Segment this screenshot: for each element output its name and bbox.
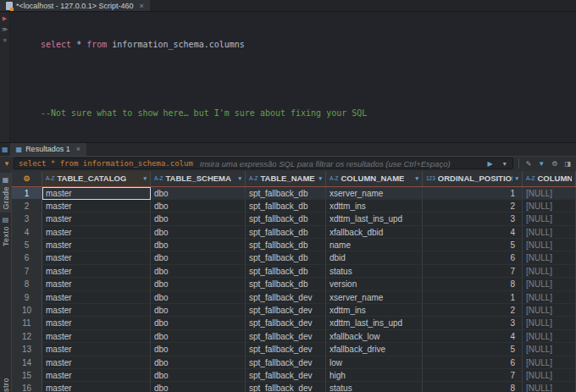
column-header-table-name[interactable]: A-Z TABLE_NAME ▾ [246,171,326,186]
grid-cell[interactable]: master [42,251,151,264]
table-row[interactable]: 12masterdbospt_fallback_devxfallback_low… [12,330,576,343]
grid-cell[interactable]: master [42,330,151,343]
grid-cell[interactable]: master [42,291,151,304]
grid-cell[interactable]: dbo [151,317,246,329]
grid-corner-cell[interactable]: ⚙ [12,171,42,186]
table-row[interactable]: 9masterdbospt_fallback_devxserver_name1[… [12,291,576,304]
grid-cell[interactable]: xfallback_dbid [326,226,423,239]
grid-cell[interactable]: master [42,200,151,213]
grid-cell[interactable]: master [42,213,151,225]
apply-filter-play-icon[interactable]: ▶ [485,160,494,168]
grid-cell[interactable]: dbo [151,291,246,304]
grid-cell[interactable]: master [42,187,151,200]
grid-cell[interactable]: dbo [151,369,246,382]
grid-cell[interactable]: [NULL] [523,265,576,278]
row-number[interactable]: 2 [12,200,42,213]
column-menu-caret-icon[interactable]: ▾ [143,175,147,182]
grid-cell[interactable]: name [326,239,423,251]
table-row[interactable]: 7masterdbospt_fallback_dbstatus7[NULL] [12,265,576,278]
tab-resultados-1[interactable]: ▦ Resultados 1 × [10,143,86,156]
side-tab-texto[interactable]: ▤ Texto [0,213,11,250]
row-number[interactable]: 6 [12,251,42,264]
grid-cell[interactable]: 5 [423,239,523,251]
side-tab-grade[interactable]: ▦ Grade [0,173,11,213]
grid-cell[interactable]: [NULL] [523,343,576,356]
grid-cell[interactable]: spt_fallback_dev [246,317,326,329]
grid-cell[interactable]: 3 [423,213,523,225]
grid-cell[interactable]: xfallback_low [326,330,423,343]
grid-cell[interactable]: spt_fallback_dev [246,330,326,343]
grid-cell[interactable]: status [326,265,423,278]
grid-cell[interactable]: 4 [423,330,523,343]
grid-cell[interactable]: [NULL] [523,356,576,369]
grid-cell[interactable]: [NULL] [523,226,576,239]
row-number[interactable]: 4 [12,226,42,239]
grid-cell[interactable]: [NULL] [523,317,576,329]
column-header-column-default[interactable]: A-Z COLUMN_D [523,171,576,186]
grid-cell[interactable]: master [42,382,151,392]
sql-editor[interactable]: ▶ ≫ ≡ select * from information_schema.c… [0,12,576,143]
filter-history-caret-icon[interactable]: ▾ [501,160,508,168]
grid-cell[interactable]: spt_fallback_dev [246,356,326,369]
grid-cell[interactable]: [NULL] [523,304,576,317]
row-number[interactable]: 10 [12,304,42,317]
grid-cell[interactable]: master [42,356,151,369]
grid-cell[interactable]: 1 [423,291,523,304]
row-number[interactable]: 7 [12,265,42,278]
grid-cell[interactable]: xfallback_drive [326,343,423,356]
grid-cell[interactable]: 5 [423,343,523,356]
grid-cell[interactable]: dbo [151,278,246,290]
filter-input[interactable]: select * from information_schema.colum I… [14,157,513,169]
tab-close-icon[interactable]: × [140,2,144,10]
table-row[interactable]: 2masterdbospt_fallback_dbxdttm_ins2[NULL… [12,200,576,213]
grid-cell[interactable]: 6 [423,251,523,264]
grid-cell[interactable]: xserver_name [326,291,423,304]
grid-cell[interactable]: xdttm_ins [326,200,423,213]
grid-body[interactable]: 1masterdbospt_fallback_dbxserver_name1[N… [12,187,576,392]
grid-cell[interactable]: spt_fallback_dev [246,382,326,392]
grid-cell[interactable]: 1 [423,187,523,200]
grid-cell[interactable]: [NULL] [523,330,576,343]
grid-cell[interactable]: spt_fallback_dev [246,369,326,382]
grid-cell[interactable]: 7 [423,265,523,278]
column-menu-caret-icon[interactable]: ▾ [415,175,418,182]
grid-cell[interactable]: master [42,278,151,290]
grid-cell[interactable]: spt_fallback_db [246,265,326,278]
grid-cell[interactable]: 2 [423,200,523,213]
grid-cell[interactable]: dbo [151,187,246,200]
grid-cell[interactable]: master [42,317,151,329]
grid-cell[interactable]: high [326,369,423,382]
grid-cell[interactable]: xdttm_ins [326,304,423,317]
filter-settings-gear-icon[interactable]: ⚙ [550,160,559,168]
table-row[interactable]: 16masterdbospt_fallback_devstatus8[NULL] [12,382,576,392]
grid-cell[interactable]: spt_fallback_dev [246,291,326,304]
table-row[interactable]: 4masterdbospt_fallback_dbxfallback_dbid4… [12,226,576,239]
grid-cell[interactable]: master [42,226,151,239]
grid-cell[interactable]: low [326,356,423,369]
grid-cell[interactable]: spt_fallback_db [246,226,326,239]
table-row[interactable]: 6masterdbospt_fallback_dbdbid6[NULL] [12,251,576,264]
grid-cell[interactable]: dbo [151,304,246,317]
grid-cell[interactable]: spt_fallback_dev [246,304,326,317]
row-number[interactable]: 16 [12,382,42,392]
grid-cell[interactable]: [NULL] [523,213,576,225]
table-row[interactable]: 11masterdbospt_fallback_devxdttm_last_in… [12,317,576,329]
grid-cell[interactable]: xdttm_last_ins_upd [326,317,423,329]
grid-cell[interactable]: master [42,304,151,317]
table-row[interactable]: 15masterdbospt_fallback_devhigh7[NULL] [12,369,576,382]
row-number[interactable]: 12 [12,330,42,343]
row-number[interactable]: 14 [12,356,42,369]
row-number[interactable]: 13 [12,343,42,356]
grid-cell[interactable]: dbo [151,226,246,239]
grid-cell[interactable]: dbo [151,382,246,392]
grid-cell[interactable]: dbo [151,356,246,369]
grid-cell[interactable]: 8 [423,278,523,290]
sql-code-area[interactable]: select * from information_schema.columns… [10,12,576,142]
grid-cell[interactable]: spt_fallback_db [246,278,326,290]
grid-cell[interactable]: spt_fallback_db [246,251,326,264]
column-header-table-schema[interactable]: A-Z TABLE_SCHEMA ▾ [151,171,246,186]
row-number[interactable]: 3 [12,213,42,225]
grid-cell[interactable]: [NULL] [523,251,576,264]
column-menu-caret-icon[interactable]: ▾ [515,175,518,182]
column-header-ordinal-position[interactable]: 123 ORDINAL_POSITION ▾ [423,171,523,186]
